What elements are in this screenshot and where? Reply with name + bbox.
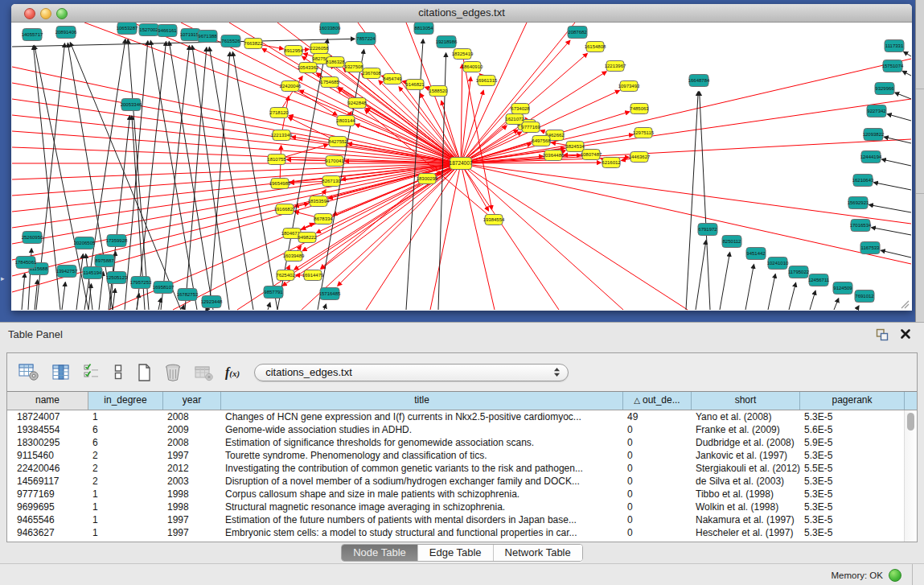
column-header-name[interactable]: name [7,392,88,410]
red-edge[interactable] [461,163,559,310]
graph-node-yellow[interactable]: 9498222 [298,233,317,243]
black-edge[interactable] [686,92,698,310]
red-edge[interactable] [12,147,461,163]
graph-node-teal[interactable]: 9671388 [198,31,217,43]
select-columns-icon[interactable] [83,363,101,381]
graph-node-yellow[interactable]: 22420046 [280,81,302,92]
graph-node-teal[interactable]: 20053346 [121,99,142,111]
black-edge[interactable] [789,283,796,310]
graph-node-yellow[interactable]: 9777169 [521,122,540,133]
graph-node-yellow[interactable]: 7625402 [276,270,295,281]
graph-node-teal[interactable]: 15692921 [848,197,869,209]
close-window-button[interactable] [24,8,35,19]
graph-node-yellow[interactable]: 8454749 [383,74,402,84]
graph-node-yellow[interactable]: 9242848 [347,98,367,109]
graph-node-teal[interactable]: 12505123 [106,272,128,284]
graph-node-teal[interactable]: 13942757 [56,266,78,278]
graph-node-teal[interactable]: 9124509 [833,282,852,295]
graph-node-teal[interactable]: 19218986 [436,36,458,48]
graph-node-teal[interactable]: 8250112 [722,236,741,248]
network-graph[interactable]: 1405571720891406106532871527002946616110… [12,23,911,311]
graph-node-teal[interactable]: 17359928 [106,235,128,247]
graph-node-yellow[interactable]: 8186328 [326,57,345,68]
graph-node-teal[interactable]: 15716485 [319,288,341,300]
black-edge[interactable] [700,92,710,310]
red-edge[interactable] [173,163,461,310]
window-titlebar[interactable]: citations_edges.txt [11,4,912,23]
black-edge[interactable] [62,282,65,310]
table-row[interactable]: 1456911722003Disruption of a novel membe… [7,475,917,488]
graph-node-yellow[interactable]: 6497568 [532,136,551,146]
black-edge[interactable] [810,290,815,310]
tab-node-table[interactable]: Node Table [342,545,417,561]
black-edge[interactable] [869,205,911,212]
graph-node-hub[interactable]: 18724007 [450,158,473,170]
graph-node-yellow[interactable]: 18300295 [417,174,438,184]
graph-node-yellow[interactable]: 7663822 [244,39,263,49]
table-row[interactable]: 1872400712008Changes of HCN gene express… [7,410,917,423]
graph-node-teal[interactable]: 9451442 [746,248,766,260]
graph-node-teal[interactable]: 9466161 [158,25,177,37]
red-edge[interactable] [366,163,461,310]
black-edge[interactable] [113,289,115,310]
graph-node-teal[interactable]: 10241010 [767,257,789,270]
graph-node-yellow[interactable]: 16154808 [585,42,606,52]
graph-node-yellow[interactable]: 3824534 [565,142,585,152]
black-edge[interactable] [22,274,25,310]
red-edge[interactable] [461,163,911,224]
memory-ok-indicator-icon[interactable] [889,569,901,582]
black-edge[interactable] [696,241,706,310]
red-edge[interactable] [461,163,495,310]
graph-node-yellow[interactable]: 1754685 [320,77,339,88]
red-edge[interactable] [365,109,494,220]
function-builder-icon[interactable]: f(x) [225,365,240,380]
column-header-out_degree[interactable]: △out_de... [623,392,692,410]
red-edge[interactable] [461,163,688,310]
red-edge[interactable] [12,163,461,292]
graph-node-teal[interactable]: 25260950 [22,232,43,244]
graph-node-teal[interactable]: 8975887 [95,255,114,267]
graph-node-yellow[interactable]: 18353594 [308,196,330,207]
black-edge[interactable] [150,41,197,310]
black-edge[interactable] [872,228,911,235]
red-edge[interactable] [12,131,461,163]
splitter-collapse-icon[interactable]: ▸ [1,275,5,282]
black-edge[interactable] [904,51,911,56]
red-edge[interactable] [461,163,623,310]
table-row[interactable]: 946554611997Estimation of the future num… [7,513,917,526]
graph-node-yellow[interactable]: 9327508 [344,62,363,72]
column-header-short[interactable]: short [692,392,800,410]
black-edge[interactable] [206,310,207,311]
black-edge[interactable] [882,159,911,166]
column-header-year[interactable]: year [163,392,221,410]
graph-node-yellow[interactable]: 12213967 [605,61,626,72]
graph-node-teal[interactable]: 20206505 [74,237,96,249]
black-edge[interactable] [192,46,229,310]
graph-node-teal[interactable]: 20891406 [55,27,77,39]
zoom-window-button[interactable] [56,8,68,19]
tab-edge-table[interactable]: Edge Table [417,545,493,561]
column-header-title[interactable]: title [221,392,623,410]
graph-node-teal[interactable]: 1527002 [139,24,158,36]
graph-node-teal[interactable]: 16782753 [177,289,199,301]
graph-node-teal[interactable]: 1117331 [885,40,904,52]
graph-node-yellow[interactable]: 16039489 [283,251,305,262]
red-edge[interactable] [461,64,462,163]
red-edge[interactable] [133,23,461,163]
network-canvas[interactable]: 1405571720891406106532871527002946616110… [12,23,911,311]
graph-node-yellow[interactable]: 6216012 [602,158,621,168]
graph-node-yellow[interactable]: 2718120 [269,108,289,118]
red-edge[interactable] [302,56,461,163]
graph-node-teal[interactable]: 12456711 [808,274,830,286]
red-edge[interactable] [12,163,461,244]
graph-node-teal[interactable]: 7857224 [356,33,376,45]
network-window[interactable]: citations_edges.txt 14055717208914061065… [11,4,912,311]
graph-node-yellow[interactable]: 8678334 [314,214,333,225]
graph-node-teal[interactable]: 17957253 [130,277,152,289]
table-row[interactable]: 911546021997Tourette syndrome. Phenomeno… [7,449,917,462]
black-edge[interactable] [874,183,911,190]
graph-node-teal[interactable]: 10653287 [117,23,138,35]
graph-node-yellow[interactable]: 16914479 [302,270,324,281]
graph-node-yellow[interactable]: 19166827 [274,204,296,215]
table-row[interactable]: 1830029562008Estimation of significance … [7,436,917,449]
